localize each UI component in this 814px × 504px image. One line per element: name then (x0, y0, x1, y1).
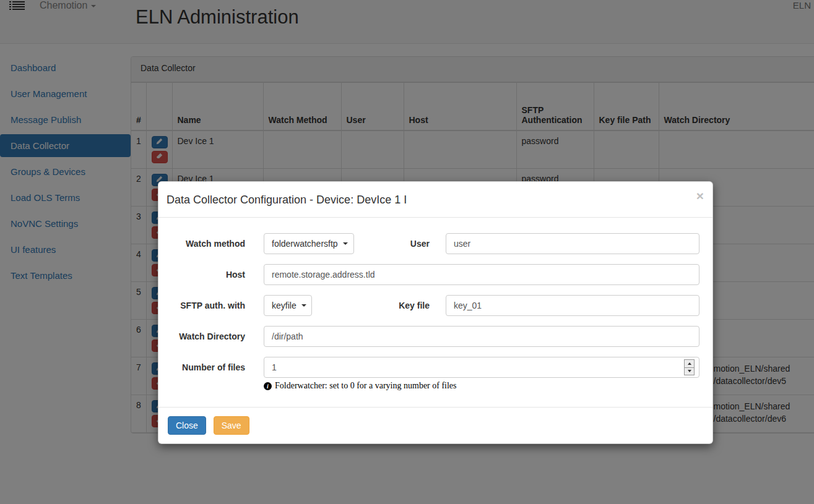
save-button[interactable]: Save (214, 416, 249, 435)
sftp-auth-label: SFTP auth. with (168, 301, 245, 310)
host-field[interactable] (264, 264, 699, 285)
watch-directory-field[interactable] (264, 326, 699, 347)
stepper-up-icon[interactable] (685, 360, 694, 367)
watch-method-dropdown[interactable]: folderwatchersftp (264, 233, 354, 254)
modal-header: Data Collector Configuration - Device: D… (158, 182, 712, 218)
number-of-files-help: i Folderwatcher: set to 0 for a varying … (264, 381, 699, 391)
stepper-down-icon[interactable] (685, 367, 694, 375)
data-collector-config-modal: Data Collector Configuration - Device: D… (158, 181, 713, 444)
sftp-auth-value: keyfile (272, 301, 297, 310)
watch-method-label: Watch method (168, 239, 245, 249)
number-of-files-field[interactable] (264, 357, 699, 378)
user-label: User (354, 239, 430, 249)
modal-body: Watch method folderwatchersftp User Host… (158, 218, 712, 407)
watch-directory-label: Watch Directory (168, 331, 245, 341)
key-file-label: Key file (312, 301, 430, 310)
sftp-auth-dropdown[interactable]: keyfile (264, 295, 312, 316)
watch-method-value: folderwatchersftp (272, 239, 338, 249)
user-field[interactable] (446, 233, 699, 254)
key-file-field[interactable] (446, 295, 699, 316)
caret-down-icon (343, 242, 348, 245)
host-label: Host (168, 270, 245, 280)
info-circle-icon: i (264, 382, 272, 390)
close-icon[interactable]: × (696, 189, 704, 202)
caret-down-icon (301, 304, 306, 307)
modal-footer: Close Save (158, 407, 712, 443)
modal-title: Data Collector Configuration - Device: D… (167, 192, 703, 208)
number-stepper[interactable] (684, 359, 695, 375)
help-text: Folderwatcher: set to 0 for a varying nu… (275, 381, 457, 391)
close-button[interactable]: Close (168, 416, 206, 435)
number-of-files-label: Number of files (168, 362, 245, 372)
